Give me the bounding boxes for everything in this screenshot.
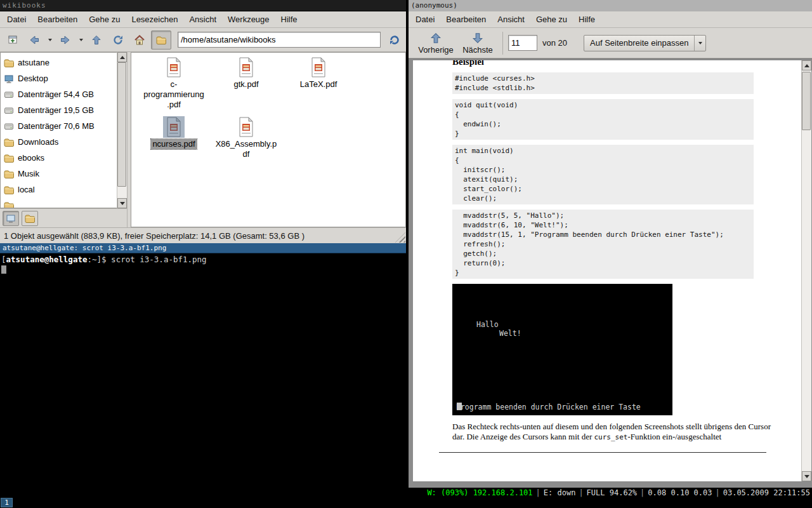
workspace-button-1[interactable]: 1	[1, 498, 13, 507]
folder-icon	[25, 213, 35, 224]
menu-gehe-zu[interactable]: Gehe zu	[83, 11, 126, 27]
scrollbar-trough[interactable]	[117, 62, 127, 198]
back-history-dropdown[interactable]	[46, 31, 54, 49]
sidebar-item-volume-1[interactable]: Datenträger 54,4 GB	[1, 86, 117, 102]
terminal-cursor-line	[1, 264, 405, 274]
places-pane-toggle[interactable]	[3, 211, 19, 226]
file-manager-toolbar	[0, 28, 406, 52]
drive-icon	[4, 105, 14, 116]
code-block: void quit(void) { endwin(); }	[452, 99, 754, 140]
places-icon	[6, 213, 16, 224]
selection-overlay	[163, 116, 185, 138]
triangle-down-icon	[804, 475, 809, 478]
next-page-button[interactable]: Nächste	[458, 29, 497, 57]
sidebar-item-desktop[interactable]: Desktop	[1, 70, 117, 86]
prompt-user: atsutane@hellgate	[6, 255, 88, 264]
places-sidebar: atsutane Desktop Datenträger 54,4 GB Dat…	[0, 52, 128, 227]
file-item[interactable]: gtk.pdf	[211, 57, 281, 90]
scrollbar-thumb[interactable]	[117, 62, 126, 187]
forward-button[interactable]	[55, 30, 75, 50]
terminal-cursor	[1, 265, 6, 274]
terminal-prompt-line: [atsutane@hellgate:~]$ scrot i3-3.a-bf1.…	[1, 255, 405, 264]
down-arrow-icon	[471, 32, 484, 44]
menu-werkzeuge[interactable]: Werkzeuge	[222, 11, 275, 27]
menu-datei[interactable]: Datei	[410, 11, 440, 27]
pdf-viewer-titlebar[interactable]: (anonymous)	[409, 0, 812, 11]
menu-bearbeiten[interactable]: Bearbeiten	[440, 11, 492, 27]
directory-tree-toggle[interactable]	[22, 211, 38, 226]
back-button[interactable]	[24, 30, 44, 50]
menu-ansicht[interactable]: Ansicht	[492, 11, 530, 27]
up-arrow-icon	[429, 32, 442, 44]
battery-status: FULL 94.62%	[587, 488, 637, 497]
combo-dropdown-button[interactable]	[694, 36, 705, 51]
menu-datei[interactable]: Datei	[1, 11, 32, 27]
go-button[interactable]	[384, 30, 405, 50]
window-title: atsutane@hellgate: scrot i3-3.a-bf1.png	[3, 244, 166, 252]
new-tab-icon	[8, 34, 18, 45]
scroll-up-button[interactable]	[802, 60, 811, 70]
document-view[interactable]: Beispiel #include <curses.h> #include <s…	[409, 58, 812, 488]
sidebar-item-ebooks[interactable]: ebooks	[1, 150, 117, 166]
menu-bearbeiten[interactable]: Bearbeiten	[32, 11, 83, 27]
screenshot-text: Hallo	[476, 320, 499, 329]
path-input[interactable]	[178, 32, 381, 48]
sidebar-item-atsutane[interactable]: atsutane	[1, 55, 117, 70]
file-name: X86_Assembly.pdf	[215, 139, 277, 159]
folder-icon	[4, 169, 14, 179]
sidebar-item-local[interactable]: local	[1, 182, 117, 197]
folder-icon	[4, 137, 14, 147]
sidebar-item-musik[interactable]: Musik	[1, 166, 117, 182]
triangle-up-icon	[120, 56, 125, 59]
menu-hilfe[interactable]: Hilfe	[275, 11, 303, 27]
show-directories-toggle[interactable]	[151, 30, 171, 50]
folder-icon	[4, 58, 14, 68]
forward-history-dropdown[interactable]	[77, 31, 85, 49]
file-manager-titlebar[interactable]: wikibooks	[0, 0, 406, 11]
pdf-viewer-toolbar: Vorherige Nächste von 20 Auf Seitenbreit…	[409, 28, 812, 58]
page-number-input[interactable]	[508, 35, 537, 51]
body-paragraph: Das Rechteck rechts-unten auf diesem und…	[452, 422, 771, 442]
file-icon-view[interactable]: c-programmierung.pdf gtk.pdf LaTeX.pdf n…	[131, 52, 406, 227]
pdf-file-icon	[163, 57, 185, 78]
scroll-up-button[interactable]	[117, 52, 127, 62]
sidebar-item-clipped[interactable]	[1, 197, 117, 208]
up-button[interactable]	[86, 30, 107, 50]
window-title: wikibooks	[3, 1, 46, 10]
sidebar-item-volume-3[interactable]: Datenträger 70,6 MB	[1, 118, 117, 134]
chevron-down-icon	[698, 42, 702, 44]
menu-lesezeichen[interactable]: Lesezeichen	[126, 11, 183, 27]
triangle-down-icon	[120, 202, 125, 205]
home-button[interactable]	[129, 30, 150, 50]
terminal-titlebar[interactable]: atsutane@hellgate: scrot i3-3.a-bf1.png	[0, 243, 406, 253]
scroll-down-button[interactable]	[117, 198, 127, 208]
code-block: mvaddstr(5, 5, "Hallo"); mvaddstr(6, 10,…	[452, 210, 754, 279]
pdf-file-icon	[308, 57, 329, 78]
file-item-selected[interactable]: ncurses.pdf	[139, 116, 209, 149]
terminal-content[interactable]: [atsutane@hellgate:~]$ scrot i3-3.a-bf1.…	[0, 253, 406, 488]
i3-status-bar: W: (093%) 192.168.2.101|E: down|FULL 94.…	[0, 488, 812, 508]
new-tab-button[interactable]	[3, 30, 23, 50]
document-scrollbar[interactable]	[801, 60, 811, 481]
scroll-down-button[interactable]	[802, 471, 811, 481]
zoom-combobox[interactable]: Auf Seitenbreite einpassen	[584, 35, 706, 51]
file-item[interactable]: c-programmierung.pdf	[139, 57, 209, 110]
refresh-button[interactable]	[108, 30, 128, 50]
sidebar-item-volume-2[interactable]: Datenträger 19,5 GB	[1, 102, 117, 118]
file-item[interactable]: X86_Assembly.pdf	[211, 116, 281, 159]
menu-gehe-zu[interactable]: Gehe zu	[530, 11, 573, 27]
sidebar-scrollbar[interactable]	[117, 52, 127, 208]
scrollbar-trough[interactable]	[802, 70, 811, 471]
previous-page-button[interactable]: Vorherige	[414, 29, 458, 57]
file-item[interactable]: LaTeX.pdf	[284, 57, 353, 90]
back-arrow-icon	[29, 34, 40, 46]
status-text: 1 Objekt ausgewählt (883,9 KB), freier S…	[4, 231, 304, 241]
resize-grip[interactable]	[395, 232, 405, 243]
scrollbar-thumb[interactable]	[802, 72, 811, 130]
menu-hilfe[interactable]: Hilfe	[573, 11, 601, 27]
footer-rule	[439, 452, 766, 453]
sidebar-item-downloads[interactable]: Downloads	[1, 134, 117, 150]
file-manager-menubar: Datei Bearbeiten Gehe zu Lesezeichen Ans…	[0, 11, 406, 28]
file-name: gtk.pdf	[233, 79, 258, 90]
menu-ansicht[interactable]: Ansicht	[183, 11, 222, 27]
